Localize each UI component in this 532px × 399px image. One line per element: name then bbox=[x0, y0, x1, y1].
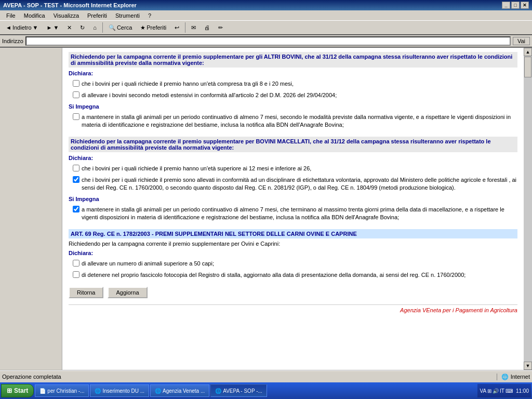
ritorna-button[interactable]: Ritorna bbox=[69, 287, 103, 298]
section2-check1-label: che i bovini per i quali richiede il pre… bbox=[82, 165, 311, 172]
start-button[interactable]: ⊞ Start bbox=[1, 384, 34, 397]
refresh-icon: ↻ bbox=[80, 24, 85, 31]
section2-impegna-row: a mantenere in stalla gli animali per un… bbox=[73, 205, 517, 223]
taskbar-item-3-icon: 🌐 bbox=[215, 388, 221, 394]
clock: 11:00 bbox=[514, 388, 529, 394]
stop-button[interactable]: ✕ bbox=[63, 23, 75, 33]
taskbar-item-2[interactable]: 🌐 Agenzia Veneta ... bbox=[150, 384, 209, 397]
button-row: Ritorna Aggiorna bbox=[69, 287, 517, 298]
address-bar: Indirizzo Vai bbox=[0, 35, 532, 48]
section1-check2-row: di allevare i bovini secondo metodi este… bbox=[73, 90, 517, 100]
scroll-down-arrow[interactable]: ▼ bbox=[524, 362, 532, 370]
footer: Agenzia VEneta per i Pagamenti in Agrico… bbox=[69, 304, 517, 313]
taskbar-item-3[interactable]: 🌐 AVEPA - SOP -... bbox=[210, 384, 267, 397]
taskbar: ⊞ Start 📄 per Christian -... 🌐 Inserimen… bbox=[0, 382, 532, 399]
system-tray: VA ⊞ 🔊 IT ⌨ 11:00 bbox=[477, 384, 531, 397]
section2-impegna-check[interactable] bbox=[73, 206, 79, 212]
scroll-thumb[interactable] bbox=[524, 57, 531, 77]
history-icon: ↩ bbox=[175, 24, 179, 31]
home-icon: ⌂ bbox=[93, 24, 97, 31]
minimize-button[interactable]: _ bbox=[502, 2, 510, 9]
edit-button[interactable]: ✏ bbox=[215, 23, 227, 33]
footer-text-d: gricoltura bbox=[494, 307, 517, 313]
menu-modifica[interactable]: Modifica bbox=[20, 11, 49, 20]
forward-button[interactable]: ► ▼ bbox=[43, 23, 62, 32]
section1-impegna-text: a mantenere in stalla gli animali per un… bbox=[82, 113, 517, 129]
section2-check1-row: che i bovini per i quali richiede il pre… bbox=[73, 164, 517, 174]
menu-bar: File Modifica Visualizza Preferiti Strum… bbox=[0, 10, 532, 21]
section3-check1[interactable] bbox=[73, 260, 79, 267]
section1-impegna-row: a mantenere in stalla gli animali per un… bbox=[73, 112, 517, 130]
print-button[interactable]: 🖨 bbox=[201, 23, 214, 32]
footer-text-a: Agenzia bbox=[400, 307, 422, 313]
history-button[interactable]: ↩ bbox=[171, 23, 183, 33]
globe-icon: 🌐 bbox=[501, 374, 509, 380]
section-altri-bovini: Richiedendo per la campagna corrente il … bbox=[69, 52, 517, 130]
footer-a2: A bbox=[490, 307, 494, 313]
vertical-scrollbar[interactable]: ▲ ▼ bbox=[524, 48, 532, 370]
zone-indicator: 🌐 Internet bbox=[497, 374, 530, 380]
tray-icon-1: VA bbox=[480, 388, 486, 394]
left-panel bbox=[0, 48, 62, 370]
toolbar: ◄ Indietro ▼ ► ▼ ✕ ↻ ⌂ 🔍 Cerca ★ Preferi… bbox=[0, 21, 532, 35]
section1-check2[interactable] bbox=[73, 91, 79, 98]
search-button[interactable]: 🔍 Cerca bbox=[105, 23, 136, 33]
menu-strumenti[interactable]: Strumenti bbox=[111, 11, 144, 20]
scroll-track bbox=[524, 56, 532, 362]
zone-label: Internet bbox=[511, 374, 530, 380]
section1-check2-label: di allevare i bovini secondo metodi este… bbox=[82, 91, 337, 99]
taskbar-item-0[interactable]: 📄 per Christian -... bbox=[35, 384, 89, 397]
back-dropdown-icon: ▼ bbox=[33, 24, 38, 31]
section2-impegna-text: a mantenere in stalla gli animali per un… bbox=[82, 206, 517, 222]
taskbar-item-1-icon: 🌐 bbox=[95, 388, 101, 394]
title-bar: AVEPA - SOP - TEST - Microsoft Internet … bbox=[0, 0, 532, 10]
maximize-button[interactable]: □ bbox=[511, 2, 520, 9]
refresh-button[interactable]: ↻ bbox=[76, 23, 88, 33]
section1-check1-label: che i bovini per i quali richiede il pre… bbox=[82, 80, 294, 88]
menu-preferiti[interactable]: Preferiti bbox=[83, 11, 111, 20]
taskbar-item-0-icon: 📄 bbox=[39, 388, 46, 394]
section1-dichiara: Dichiara: bbox=[69, 69, 517, 77]
footer-text-b: Eneta per i bbox=[426, 307, 455, 313]
edit-icon: ✏ bbox=[218, 24, 223, 31]
mail-icon: ✉ bbox=[191, 24, 196, 31]
menu-visualizza[interactable]: Visualizza bbox=[49, 11, 83, 20]
main-wrapper: Richiedendo per la campagna corrente il … bbox=[0, 48, 532, 370]
taskbar-item-1[interactable]: 🌐 Inserimento DU ... bbox=[90, 384, 149, 397]
tray-icon-4: IT bbox=[500, 388, 504, 394]
tray-icon-5: ⌨ bbox=[506, 388, 513, 394]
section2-check2[interactable] bbox=[73, 176, 79, 183]
aggiorna-button[interactable]: Aggiorna bbox=[108, 287, 147, 298]
close-button[interactable]: ✕ bbox=[521, 2, 529, 9]
section3-check2-label: di detenere nel proprio fascicolo fotoco… bbox=[82, 271, 466, 279]
section2-check1[interactable] bbox=[73, 165, 79, 171]
status-message: Operazione completata bbox=[2, 374, 61, 380]
section3-check2[interactable] bbox=[73, 271, 79, 278]
footer-p: P bbox=[456, 307, 459, 313]
tray-icon-2: ⊞ bbox=[487, 388, 491, 394]
home-button[interactable]: ⌂ bbox=[89, 23, 100, 32]
section1-check1[interactable] bbox=[73, 80, 79, 87]
status-bar: Operazione completata 🌐 Internet bbox=[0, 370, 532, 382]
section2-dichiara: Dichiara: bbox=[69, 154, 517, 162]
section2-header: Richiedendo per la campagna corrente il … bbox=[69, 137, 517, 152]
window-controls: _ □ ✕ bbox=[502, 2, 529, 9]
favorites-button[interactable]: ★ Preferiti bbox=[137, 23, 170, 33]
mail-button[interactable]: ✉ bbox=[188, 23, 200, 33]
section1-check1-row: che i bovini per i quali richiede il pre… bbox=[73, 79, 517, 89]
menu-file[interactable]: File bbox=[2, 11, 20, 20]
separator1 bbox=[102, 22, 103, 33]
window-title: AVEPA - SOP - TEST - Microsoft Internet … bbox=[3, 2, 137, 8]
scroll-up-arrow[interactable]: ▲ bbox=[524, 48, 532, 56]
section2-check2-row: che i bovini per i quali richiede il pre… bbox=[73, 175, 517, 193]
go-button[interactable]: Vai bbox=[513, 37, 530, 45]
footer-text-c: agamenti in bbox=[459, 307, 490, 313]
star-icon: ★ bbox=[140, 24, 145, 31]
section3-check2-row: di detenere nel proprio fascicolo fotoco… bbox=[73, 270, 517, 280]
back-button[interactable]: ◄ Indietro ▼ bbox=[2, 23, 42, 32]
separator2 bbox=[185, 22, 185, 33]
address-input[interactable] bbox=[25, 36, 511, 46]
menu-help[interactable]: ? bbox=[144, 11, 155, 20]
section1-impegna-check[interactable] bbox=[73, 113, 79, 120]
stop-icon: ✕ bbox=[67, 24, 72, 31]
